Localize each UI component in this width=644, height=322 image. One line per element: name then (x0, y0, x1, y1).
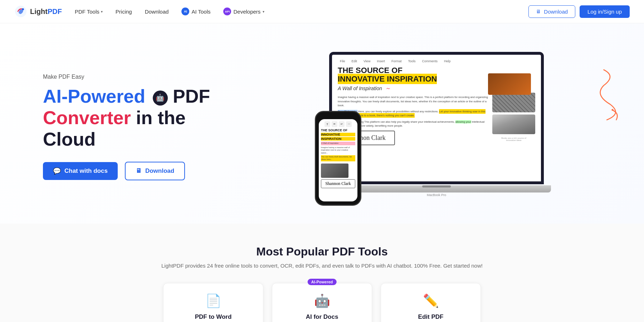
tool-card-pdf-to-word[interactable]: 📄 PDF to Word (163, 283, 263, 322)
hero-left: Make PDF Easy AI-Powered 🤖 PDF Converter… (43, 74, 243, 180)
tool-card-title: PDF to Word (195, 313, 232, 321)
phone: T ✏ ↩ ⋯ THE SOURCE OF INNOVATIVE INSPIRA… (315, 111, 361, 206)
phone-pdf-highlight-title-2: INSPIRATION (321, 137, 355, 141)
tool-card-ai-docs[interactable]: AI-Powered 🤖 AI for Docs (272, 283, 372, 322)
pdf-sidebar-image-2 (492, 93, 535, 112)
pdf-main-title: THE SOURCE OF INNOVATIVE INSPIRATION (338, 66, 488, 83)
pdf-to-word-icon: 📄 (205, 293, 221, 308)
monitor-icon: 🖥 (136, 167, 142, 175)
phone-signature: Shannon Clark (321, 179, 355, 188)
phone-image (321, 164, 348, 178)
phone-mockup: T ✏ ↩ ⋯ THE SOURCE OF INNOVATIVE INSPIRA… (315, 111, 361, 206)
phone-pdf-title: THE SOURCE OF (321, 128, 355, 132)
nav-ai-tools[interactable]: AI AI Tools (181, 8, 210, 15)
pdf-subtitle: A Wall of Inspiration ～ (338, 85, 488, 92)
chat-icon: 💬 (53, 167, 61, 175)
tool-card-title: AI for Docs (306, 313, 338, 321)
pdf-toolbar: File Edit View Insert Format Tools Comme… (338, 59, 535, 63)
laptop-mockup: File Edit View Insert Format Tools Comme… (308, 45, 551, 209)
tools-subtitle: LightPDF provides 24 free online tools t… (29, 263, 615, 269)
phone-screen: T ✏ ↩ ⋯ THE SOURCE OF INNOVATIVE INSPIRA… (319, 119, 357, 201)
tool-more[interactable]: ⋯ (346, 121, 352, 127)
nav-developers[interactable]: API Developers ▾ (223, 8, 264, 15)
nav-right: 🖥 Download Log in/Sign up (528, 5, 630, 18)
svg-point-2 (611, 109, 613, 111)
tool-pencil[interactable]: ✏ (332, 121, 337, 127)
chevron-down-icon: ▾ (263, 10, 264, 14)
tools-grid: 📄 PDF to Word AI-Powered 🤖 AI for Docs ✏… (29, 283, 615, 322)
deco-squiggle (597, 59, 623, 131)
pdf-sidebar-image-3 (492, 114, 535, 134)
laptop-notch (422, 185, 451, 187)
nav-download[interactable]: Download (145, 9, 169, 15)
hero-title: AI-Powered 🤖 PDF Converter in the Cloud (43, 86, 243, 150)
ai-docs-icon: 🤖 (314, 293, 330, 308)
navbar: LightPDF PDF Tools ▾ Pricing Download AI… (0, 0, 644, 23)
nav-left: LightPDF PDF Tools ▾ Pricing Download AI… (14, 5, 264, 18)
phone-pdf-highlight-title: INNOVATIVE (321, 133, 355, 136)
logo-text: LightPDF (30, 8, 62, 16)
tools-section: Most Popular PDF Tools LightPDF provides… (0, 224, 644, 322)
svg-point-1 (22, 8, 24, 10)
api-icon: API (223, 8, 231, 15)
chevron-down-icon: ▾ (101, 10, 103, 14)
hero-section: Make PDF Easy AI-Powered 🤖 PDF Converter… (0, 23, 644, 224)
tool-undo[interactable]: ↩ (339, 121, 345, 127)
chat-with-docs-button[interactable]: 💬 Chat with docs (43, 162, 118, 180)
hero-download-button[interactable]: 🖥 Download (125, 162, 185, 180)
ai-powered-badge: AI-Powered (308, 279, 337, 285)
hero-title-pdf: PDF (173, 86, 210, 107)
pdf-content: File Edit View Insert Format Tools Comme… (332, 55, 541, 181)
tool-card-edit-pdf[interactable]: ✏️ Edit PDF (381, 283, 481, 322)
logo[interactable]: LightPDF (14, 5, 62, 18)
nav-pdf-tools[interactable]: PDF Tools ▾ (75, 9, 103, 15)
login-signup-button[interactable]: Log in/Sign up (580, 5, 630, 18)
edit-pdf-icon: ✏️ (423, 293, 439, 308)
tool-card-title: Edit PDF (418, 313, 444, 321)
hero-title-ai: AI-Powered (43, 86, 145, 107)
logo-icon (14, 5, 27, 18)
laptop-screen: File Edit View Insert Format Tools Comme… (329, 52, 544, 184)
phone-notch (329, 115, 347, 118)
phone-pdf-text: A Wall of Inspiration Imagine having a m… (321, 142, 355, 161)
phone-toolbar: T ✏ ↩ ⋯ (321, 121, 355, 127)
hero-buttons: 💬 Chat with docs 🖥 Download (43, 162, 243, 180)
robot-icon: 🤖 (153, 91, 168, 106)
hero-tagline: Make PDF Easy (43, 74, 243, 80)
navbar-download-button[interactable]: 🖥 Download (528, 5, 575, 18)
monitor-icon: 🖥 (536, 9, 541, 14)
nav-pricing[interactable]: Pricing (116, 9, 132, 15)
tools-title: Most Popular PDF Tools (29, 245, 615, 258)
tool-T[interactable]: T (325, 121, 330, 127)
ai-icon: AI (181, 8, 189, 15)
pdf-sidebar-image-1 (488, 73, 531, 95)
hero-right: File Edit View Insert Format Tools Comme… (243, 45, 615, 209)
hero-title-converter: Converter (43, 107, 131, 128)
